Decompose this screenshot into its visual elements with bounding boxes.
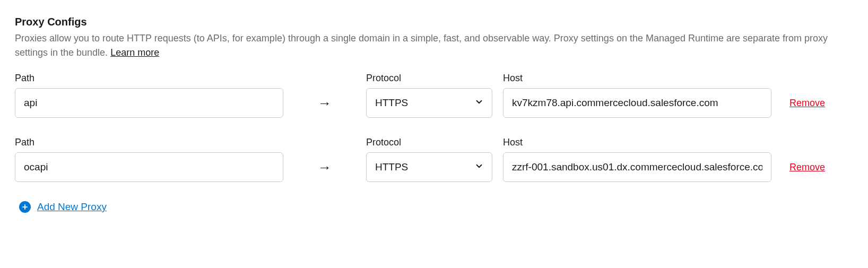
path-input[interactable] (15, 152, 283, 182)
path-label: Path (15, 73, 283, 84)
add-proxy-row[interactable]: Add New Proxy (19, 201, 853, 213)
proxy-row: Path → Protocol Host Remove (15, 73, 853, 118)
plus-circle-icon (19, 201, 31, 213)
protocol-select-wrap (366, 88, 492, 118)
protocol-label: Protocol (366, 137, 492, 148)
host-input[interactable] (503, 88, 771, 118)
protocol-label: Protocol (366, 73, 492, 84)
protocol-select[interactable] (366, 88, 492, 118)
host-input[interactable] (503, 152, 771, 182)
arrow-icon: → (283, 152, 366, 182)
host-label: Host (503, 137, 771, 148)
remove-button[interactable]: Remove (789, 88, 825, 118)
protocol-field-group: Protocol (366, 137, 492, 182)
path-field-group: Path (15, 137, 283, 182)
proxy-row: Path → Protocol Host Remove (15, 137, 853, 182)
learn-more-link[interactable]: Learn more (110, 47, 159, 58)
add-new-proxy-link[interactable]: Add New Proxy (37, 201, 107, 213)
protocol-select-wrap (366, 152, 492, 182)
protocol-field-group: Protocol (366, 73, 492, 118)
path-input[interactable] (15, 88, 283, 118)
path-field-group: Path (15, 73, 283, 118)
host-field-group: Host (503, 73, 771, 118)
host-label: Host (503, 73, 771, 84)
remove-button[interactable]: Remove (789, 152, 825, 182)
protocol-select[interactable] (366, 152, 492, 182)
section-title: Proxy Configs (15, 16, 853, 28)
path-label: Path (15, 137, 283, 148)
section-description: Proxies allow you to route HTTP requests… (15, 31, 853, 60)
host-field-group: Host (503, 137, 771, 182)
arrow-icon: → (283, 88, 366, 118)
